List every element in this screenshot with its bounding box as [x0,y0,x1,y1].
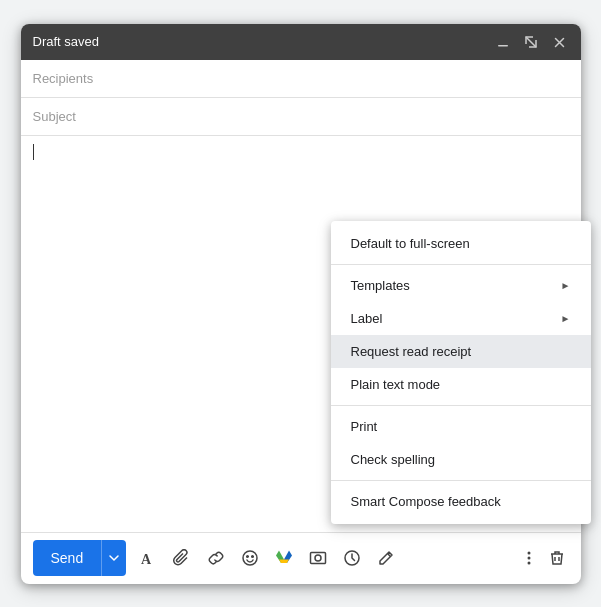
svg-point-10 [527,557,530,560]
menu-item-plain-text-label: Plain text mode [351,377,441,392]
menu-item-label-label: Label [351,311,383,326]
format-text-button[interactable]: A [136,546,160,570]
menu-item-templates-label: Templates [351,278,410,293]
edit-button[interactable] [374,546,398,570]
insert-emoji-button[interactable] [238,546,262,570]
menu-item-print-label: Print [351,419,378,434]
text-cursor [33,144,34,160]
insert-photo-button[interactable] [306,546,330,570]
attach-file-button[interactable] [170,546,194,570]
schedule-send-button[interactable] [340,546,364,570]
insert-link-button[interactable] [204,546,228,570]
compose-title: Draft saved [33,34,99,49]
menu-item-plain-text[interactable]: Plain text mode [331,368,591,401]
menu-item-read-receipt[interactable]: Request read receipt [331,335,591,368]
header-actions [493,32,569,52]
more-options-button[interactable] [517,546,541,570]
minimize-button[interactable] [493,32,513,52]
send-button-group: Send [33,540,127,576]
menu-item-print[interactable]: Print [331,410,591,443]
recipients-field[interactable]: Recipients [21,60,581,98]
menu-item-spell-check-label: Check spelling [351,452,436,467]
menu-divider-1 [331,264,591,265]
label-arrow-icon: ► [561,313,571,324]
menu-item-full-screen-label: Default to full-screen [351,236,470,251]
menu-item-spell-check[interactable]: Check spelling [331,443,591,476]
compose-window: Draft saved Recipients [21,24,581,584]
menu-item-smart-compose-label: Smart Compose feedback [351,494,501,509]
expand-button[interactable] [521,32,541,52]
svg-point-9 [527,552,530,555]
menu-item-templates[interactable]: Templates ► [331,269,591,302]
svg-point-3 [243,551,257,565]
svg-point-4 [247,556,249,558]
menu-divider-3 [331,480,591,481]
menu-item-full-screen[interactable]: Default to full-screen [331,227,591,260]
menu-item-read-receipt-label: Request read receipt [351,344,472,359]
svg-rect-6 [311,553,326,564]
templates-arrow-icon: ► [561,280,571,291]
subject-field[interactable]: Subject [21,98,581,136]
send-button[interactable]: Send [33,540,102,576]
svg-rect-0 [498,45,508,47]
subject-placeholder: Subject [33,109,76,124]
svg-point-7 [315,555,321,561]
compose-footer: Send A [21,532,581,584]
close-button[interactable] [549,32,569,52]
insert-drive-button[interactable] [272,546,296,570]
context-menu: Default to full-screen Templates ► Label… [331,221,591,524]
send-dropdown-button[interactable] [101,540,126,576]
svg-point-5 [252,556,254,558]
svg-line-1 [526,37,536,47]
delete-button[interactable] [545,546,569,570]
menu-item-smart-compose[interactable]: Smart Compose feedback [331,485,591,518]
svg-text:A: A [141,552,152,567]
svg-point-11 [527,562,530,565]
menu-item-label[interactable]: Label ► [331,302,591,335]
compose-header: Draft saved [21,24,581,60]
footer-right-icons [517,546,569,570]
menu-divider-2 [331,405,591,406]
recipients-placeholder: Recipients [33,71,94,86]
